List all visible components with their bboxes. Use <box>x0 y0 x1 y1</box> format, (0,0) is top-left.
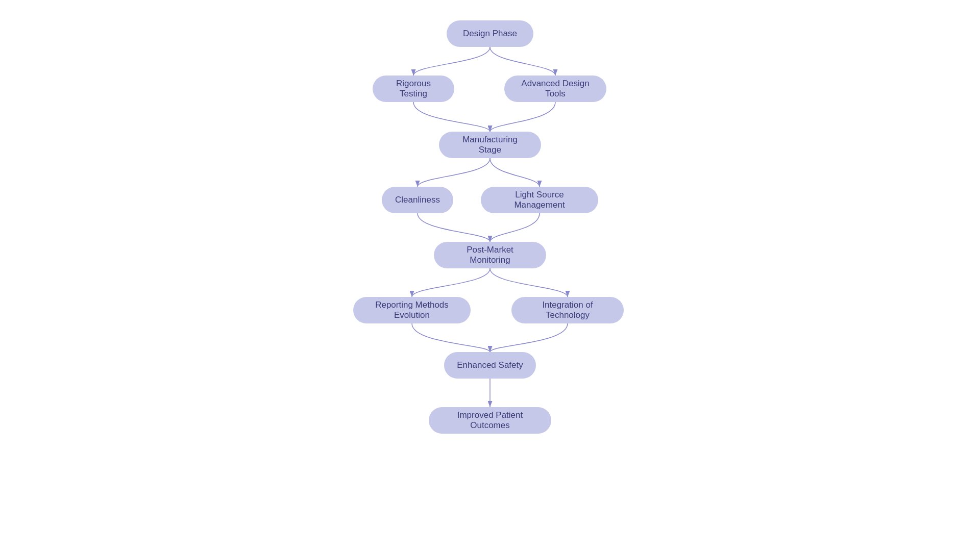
design-phase-node: Design Phase <box>447 20 533 47</box>
post-market-monitoring-label: Post-Market Monitoring <box>446 245 534 265</box>
integration-of-technology-node: Integration of Technology <box>511 297 624 323</box>
arrows-svg <box>311 15 669 536</box>
enhanced-safety-label: Enhanced Safety <box>457 360 523 370</box>
flowchart-container: Design Phase Rigorous Testing Advanced D… <box>311 15 669 536</box>
manufacturing-stage-node: Manufacturing Stage <box>439 132 541 158</box>
advanced-design-tools-node: Advanced Design Tools <box>504 76 606 102</box>
light-source-management-node: Light Source Management <box>481 187 598 213</box>
integration-of-technology-label: Integration of Technology <box>524 300 611 320</box>
rigorous-testing-label: Rigorous Testing <box>385 79 442 99</box>
post-market-monitoring-node: Post-Market Monitoring <box>434 242 546 268</box>
manufacturing-stage-label: Manufacturing Stage <box>451 135 529 155</box>
improved-patient-outcomes-label: Improved Patient Outcomes <box>441 410 539 431</box>
reporting-methods-evolution-label: Reporting Methods Evolution <box>365 300 458 320</box>
design-phase-label: Design Phase <box>463 29 517 39</box>
improved-patient-outcomes-node: Improved Patient Outcomes <box>429 407 551 434</box>
light-source-management-label: Light Source Management <box>493 190 586 210</box>
cleanliness-node: Cleanliness <box>382 187 453 213</box>
cleanliness-label: Cleanliness <box>395 195 440 205</box>
advanced-design-tools-label: Advanced Design Tools <box>517 79 594 99</box>
enhanced-safety-node: Enhanced Safety <box>444 352 536 379</box>
reporting-methods-evolution-node: Reporting Methods Evolution <box>353 297 471 323</box>
rigorous-testing-node: Rigorous Testing <box>373 76 454 102</box>
